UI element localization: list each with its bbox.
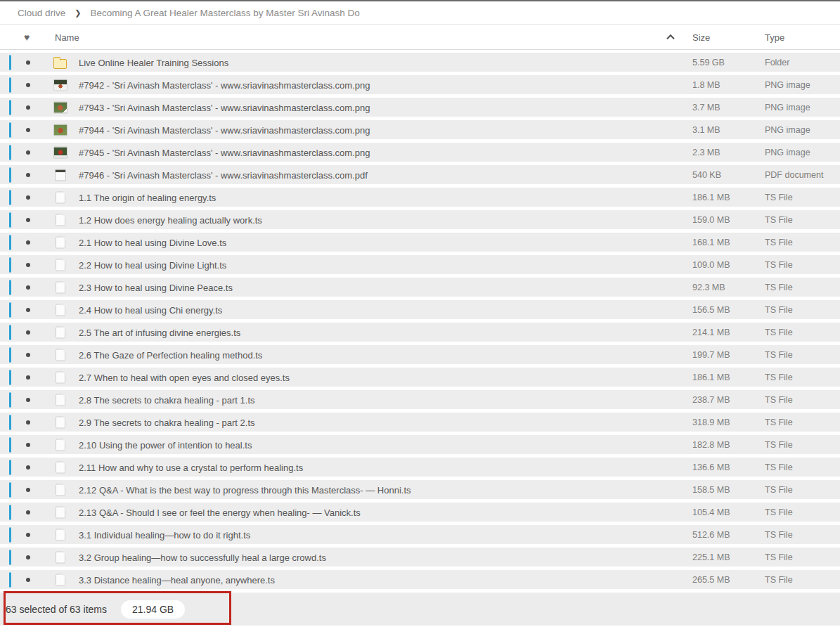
selection-dot-icon (26, 488, 30, 492)
file-icon (56, 484, 65, 496)
total-size-badge: 21.94 GB (121, 600, 185, 619)
file-row[interactable]: 2.5 The art of infusing divine energies.… (0, 323, 840, 342)
file-row[interactable]: 2.6 The Gaze of Perfection healing metho… (0, 345, 840, 364)
file-row[interactable]: 2.4 How to heal using Chi energy.ts 156.… (0, 300, 840, 319)
file-name: 2.12 Q&A - What is the best way to progr… (79, 484, 411, 495)
file-icon (56, 439, 65, 451)
selection-bar (9, 392, 11, 407)
file-row[interactable]: 2.3 How to heal using Divine Peace.ts 92… (0, 278, 840, 297)
selection-dot-icon (26, 375, 30, 380)
file-row[interactable]: 2.7 When to heal with open eyes and clos… (0, 368, 840, 387)
file-name: 2.13 Q&A - Should I see or feel the ener… (79, 507, 361, 517)
breadcrumb-cloud-drive[interactable]: Cloud drive (18, 8, 65, 18)
file-size: 3.1 MB (692, 125, 721, 135)
file-name: #7942 - 'Sri Avinash Masterclass' - www.… (79, 79, 370, 90)
file-row[interactable]: 2.10 Using the power of intention to hea… (0, 435, 840, 454)
favorite-heart-icon[interactable]: ♥ (24, 32, 30, 43)
file-icon (56, 326, 65, 338)
sort-ascending-icon[interactable] (666, 34, 674, 41)
selection-bar (9, 460, 11, 474)
selection-dot-icon (26, 218, 30, 222)
file-name: 2.6 The Gaze of Perfection healing metho… (79, 349, 262, 360)
file-row[interactable]: #7945 - 'Sri Avinash Masterclass' - www.… (0, 143, 840, 162)
file-type: TS File (765, 485, 793, 495)
selection-dot-icon (26, 263, 30, 267)
selection-bar (9, 572, 11, 587)
selection-dot-icon (26, 195, 30, 200)
selection-dot-icon (26, 173, 30, 177)
file-name: 3.1 Individual healing—how to do it righ… (79, 529, 250, 540)
file-size: 5.59 GB (692, 58, 725, 67)
file-size: 225.1 MB (692, 552, 730, 562)
breadcrumb-current-folder[interactable]: Becoming A Great Healer Masterclass by M… (91, 8, 360, 18)
column-header-size[interactable]: Size (692, 32, 710, 42)
file-icon (56, 371, 65, 383)
file-icon (56, 506, 65, 518)
file-name: 1.1 The origin of healing energy.ts (79, 192, 216, 202)
file-size: 540 KB (692, 170, 721, 180)
file-icon (56, 529, 65, 541)
selection-dot-icon (26, 285, 30, 290)
file-name: 2.3 How to heal using Divine Peace.ts (79, 282, 233, 292)
file-row[interactable]: 3.1 Individual healing—how to do it righ… (0, 525, 840, 544)
file-type: TS File (765, 418, 793, 427)
selection-bar (9, 505, 11, 519)
file-row[interactable]: #7943 - 'Sri Avinash Masterclass' - www.… (0, 98, 840, 117)
file-row[interactable]: 2.2 How to heal using Divine Light.ts 10… (0, 255, 840, 274)
file-row[interactable]: #7946 - 'Sri Avinash Masterclass' - www.… (0, 165, 840, 184)
column-header-type[interactable]: Type (765, 32, 784, 42)
file-type: PNG image (765, 80, 810, 90)
selection-bar (9, 145, 11, 160)
file-row[interactable]: #7944 - 'Sri Avinash Masterclass' - www.… (0, 120, 840, 139)
selection-bar (9, 370, 11, 384)
selection-bar (9, 325, 11, 339)
list-header: ♥ Name Size Type (0, 25, 840, 50)
file-row[interactable]: 1.1 The origin of healing energy.ts 186.… (0, 188, 840, 207)
selection-dot-icon (26, 150, 30, 155)
selection-bar (9, 235, 11, 250)
file-name: 2.8 The secrets to chakra healing - part… (79, 394, 255, 405)
selection-dot-icon (26, 443, 30, 447)
file-size: 238.7 MB (692, 395, 730, 405)
selection-dot-icon (26, 420, 30, 425)
column-header-name[interactable]: Name (55, 32, 79, 42)
cloud-drive-window: Cloud drive ❯ Becoming A Great Healer Ma… (0, 0, 840, 634)
folder-icon (53, 59, 67, 69)
file-type: TS File (765, 260, 793, 270)
file-row[interactable]: 2.9 The secrets to chakra healing - part… (0, 413, 840, 432)
file-size: 136.6 MB (692, 462, 730, 472)
file-row[interactable]: 2.1 How to heal using Divine Love.ts 168… (0, 233, 840, 252)
file-icon (56, 551, 65, 563)
selection-bar (9, 482, 11, 497)
file-row[interactable]: 2.13 Q&A - Should I see or feel the ener… (0, 503, 840, 522)
file-size: 105.4 MB (692, 507, 730, 517)
file-type: TS File (765, 440, 793, 450)
breadcrumb: Cloud drive ❯ Becoming A Great Healer Ma… (0, 1, 840, 25)
file-row[interactable]: 2.12 Q&A - What is the best way to progr… (0, 480, 840, 499)
file-size: 186.1 MB (692, 373, 730, 382)
pdf-thumbnail-icon (55, 169, 66, 181)
file-type: PNG image (765, 103, 810, 112)
chevron-right-icon: ❯ (75, 8, 81, 18)
file-row[interactable]: 1.2 How does energy healing actually wor… (0, 210, 840, 229)
file-type: TS File (765, 575, 793, 585)
file-row[interactable]: 2.11 How and why to use a crystal to per… (0, 458, 840, 477)
status-bar: 63 selected of 63 items 21.94 GB (0, 593, 840, 626)
file-row[interactable]: #7942 - 'Sri Avinash Masterclass' - www.… (0, 75, 840, 94)
selection-dot-icon (26, 533, 30, 537)
file-type: TS File (765, 283, 793, 292)
file-size: 265.5 MB (692, 575, 730, 585)
file-name: #7943 - 'Sri Avinash Masterclass' - www.… (79, 102, 370, 112)
file-name: 2.11 How and why to use a crystal to per… (79, 462, 303, 472)
selection-bar (9, 550, 11, 564)
selection-dot-icon (26, 555, 30, 559)
file-size: 92.3 MB (692, 283, 725, 292)
file-name: 1.2 How does energy healing actually wor… (79, 214, 262, 225)
file-row[interactable]: Live Online Healer Training Sessions 5.5… (0, 53, 840, 72)
file-name: #7944 - 'Sri Avinash Masterclass' - www.… (79, 124, 370, 135)
file-size: 2.3 MB (692, 148, 721, 157)
file-row[interactable]: 2.8 The secrets to chakra healing - part… (0, 390, 840, 409)
file-row[interactable]: 3.3 Distance healing—heal anyone, anywhe… (0, 570, 840, 589)
file-row[interactable]: 3.2 Group healing—how to successfully he… (0, 548, 840, 567)
file-size: 158.5 MB (692, 485, 730, 495)
